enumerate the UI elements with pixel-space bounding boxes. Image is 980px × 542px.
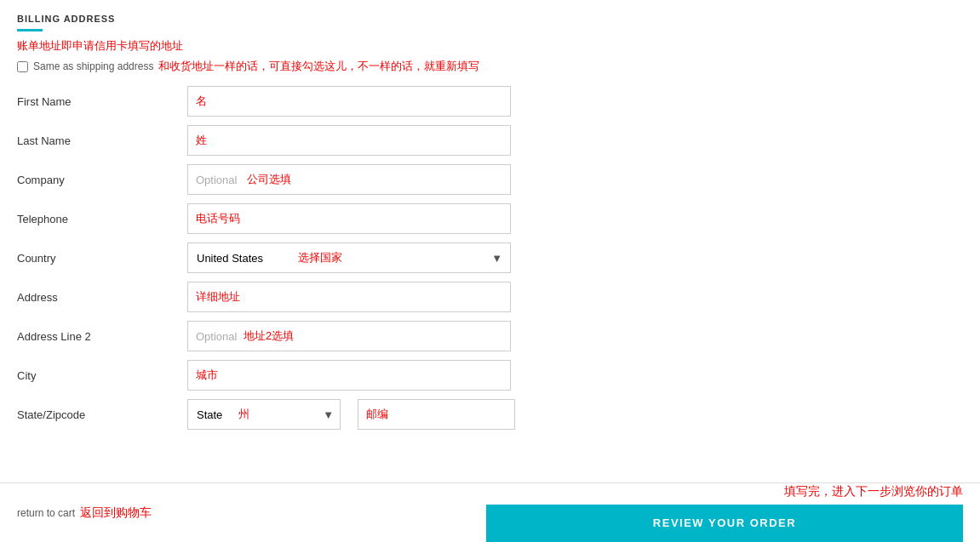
first-name-label: First Name xyxy=(17,95,187,108)
state-zipcode-label: State/Zipcode xyxy=(17,408,187,421)
last-name-label: Last Name xyxy=(17,134,187,147)
billing-title: BILLING ADDRESS xyxy=(17,14,579,24)
same-as-shipping-annotation: 和收货地址一样的话，可直接勾选这儿，不一样的话，就重新填写 xyxy=(158,59,479,74)
company-row: Company Optional 公司选填 xyxy=(17,164,579,195)
country-row: Country United States Canada China Unite… xyxy=(17,242,579,273)
return-to-cart[interactable]: return to cart 返回到购物车 xyxy=(17,505,152,521)
review-order-button[interactable]: REVIEW YOUR ORDER xyxy=(486,505,963,542)
telephone-input[interactable] xyxy=(187,203,511,234)
state-zipcode-row: State/Zipcode State CA NY TX 州 ▼ 邮编 xyxy=(17,399,579,430)
company-field-wrapper: Optional 公司选填 xyxy=(187,164,511,195)
address-field-wrapper: 详细地址 xyxy=(187,282,511,312)
footer-right: 填写完，进入下一步浏览你的订单 REVIEW YOUR ORDER xyxy=(486,484,963,542)
state-select[interactable]: State CA NY TX xyxy=(187,399,341,430)
zip-input[interactable] xyxy=(358,399,515,430)
same-as-shipping-row: Same as shipping address 和收货地址一样的话，可直接勾选… xyxy=(17,59,579,74)
zip-field-wrapper: 邮编 xyxy=(358,399,515,430)
city-label: City xyxy=(17,369,187,382)
address-line2-row: Address Line 2 Optional 地址2选填 xyxy=(17,321,579,351)
address-row: Address 详细地址 xyxy=(17,282,579,312)
state-select-wrapper: State CA NY TX 州 ▼ xyxy=(187,399,341,430)
return-link-label: return to cart xyxy=(17,507,75,519)
country-select[interactable]: United States Canada China United Kingdo… xyxy=(187,242,511,273)
last-name-input[interactable] xyxy=(187,125,511,156)
country-select-wrapper: United States Canada China United Kingdo… xyxy=(187,242,511,273)
return-annotation: 返回到购物车 xyxy=(80,505,152,521)
annotation-line1: 账单地址即申请信用卡填写的地址 xyxy=(17,38,579,54)
city-input[interactable] xyxy=(187,360,511,391)
address-line2-input[interactable] xyxy=(187,321,511,351)
first-name-input[interactable] xyxy=(187,86,511,117)
same-as-shipping-checkbox[interactable] xyxy=(17,61,28,72)
company-input[interactable] xyxy=(187,164,511,195)
address-line2-field-wrapper: Optional 地址2选填 xyxy=(187,321,511,351)
telephone-row: Telephone 电话号码 xyxy=(17,203,579,234)
country-label: Country xyxy=(17,252,187,265)
accent-line xyxy=(17,29,43,31)
first-name-row: First Name 名 xyxy=(17,86,579,117)
page-wrapper: BILLING ADDRESS 账单地址即申请信用卡填写的地址 Same as … xyxy=(0,0,980,542)
company-label: Company xyxy=(17,174,187,186)
address-label: Address xyxy=(17,291,187,304)
review-annotation: 填写完，进入下一步浏览你的订单 xyxy=(784,484,963,499)
address-line2-label: Address Line 2 xyxy=(17,330,187,343)
footer-bar: return to cart 返回到购物车 填写完，进入下一步浏览你的订单 RE… xyxy=(0,482,980,542)
telephone-label: Telephone xyxy=(17,213,187,225)
city-field-wrapper: 城市 xyxy=(187,360,511,391)
telephone-field-wrapper: 电话号码 xyxy=(187,203,511,234)
last-name-row: Last Name 姓 xyxy=(17,125,579,156)
same-as-shipping-label: Same as shipping address xyxy=(33,60,153,72)
city-row: City 城市 xyxy=(17,360,579,391)
last-name-field-wrapper: 姓 xyxy=(187,125,511,156)
first-name-field-wrapper: 名 xyxy=(187,86,511,117)
main-content: BILLING ADDRESS 账单地址即申请信用卡填写的地址 Same as … xyxy=(0,0,596,506)
address-input[interactable] xyxy=(187,282,511,312)
